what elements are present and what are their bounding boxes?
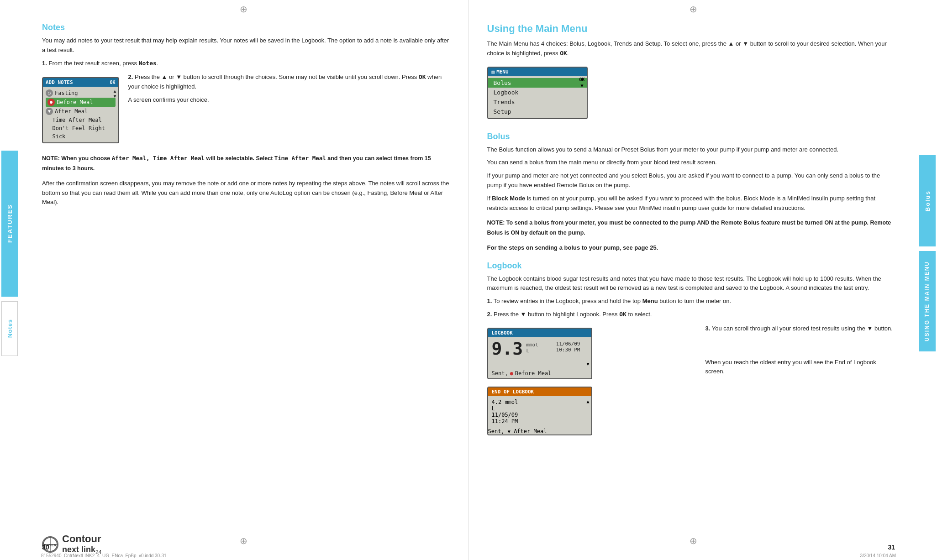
bolus-steps-ref-text: For the steps on sending a bolus to your…	[487, 244, 658, 251]
contour-word: Contour	[62, 533, 101, 544]
lb-before-icon: ●	[510, 370, 513, 377]
reg-mark-bottom-left: ⊕	[240, 535, 247, 546]
scroll-down-arrow: ▼	[113, 94, 116, 99]
bolus-p4: If Block Mode is turned on at your pump,…	[487, 194, 895, 213]
menu-trends: Trends	[488, 97, 587, 107]
logbook-desc-col: 3. You can scroll through all your store…	[705, 324, 895, 380]
eol-screen: END OF LOGBOOK 4.2 mmolL 11/05/0911:24 P…	[487, 387, 592, 435]
dont-feel-label: Don't Feel Right	[46, 125, 105, 131]
scroll-up-arrow: ▲	[113, 89, 116, 94]
features-label: FEATURES	[6, 204, 13, 243]
step2-confirm: A screen confirms your choice.	[128, 95, 450, 105]
right-sidebar: Bolus USING THE MAIN MENU	[918, 0, 937, 560]
before-meal-label: Before Meal	[57, 99, 93, 105]
fasting-row: ○ Fasting	[46, 89, 116, 98]
bolus-title: Bolus	[487, 132, 895, 141]
footer-right: 3/20/14 10:04 AM	[860, 553, 896, 558]
menu-screen-header: ▤ MENU	[488, 68, 587, 76]
notes-section-title: Notes	[42, 23, 450, 32]
warn-note: NOTE: When you choose After Meal, Time A…	[42, 153, 450, 173]
eol-value: 4.2	[492, 399, 502, 405]
bolus-p3: If your pump and meter are not yet conne…	[487, 171, 895, 190]
screen-header: ADD NOTES OK	[43, 78, 118, 87]
menu-wifi-icon: ▤	[492, 69, 495, 75]
step2-desc: 2. Press the ▲ or ▼ button to scroll thr…	[128, 73, 450, 92]
features-tab: FEATURES	[1, 151, 18, 297]
logbook-entry-screen: LOGBOOK 9.3 mmolL 11/06/0910:30 PM ▼ Sen…	[487, 328, 592, 379]
sick-row: Sick	[46, 132, 116, 141]
bolus-note-text: NOTE: To send a bolus from your meter, y…	[487, 220, 891, 236]
reg-mark-top-right: ⊕	[690, 4, 697, 15]
warn-bold-text: NOTE: When you choose After Meal, Time A…	[42, 155, 431, 171]
block-mode-text: Block Mode	[492, 195, 525, 202]
time-after-meal-label: Time After Meal	[46, 117, 102, 123]
using-tab: USING THE MAIN MENU	[919, 251, 936, 351]
lb-value: 9.3	[492, 339, 523, 359]
page-number-left: 30	[42, 544, 49, 551]
reg-mark-top: ⊕	[240, 4, 247, 15]
main-menu-title: Using the Main Menu	[487, 23, 895, 35]
time-after-meal-row: Time After Meal	[46, 116, 116, 124]
eol-header: END OF LOGBOOK	[488, 387, 591, 396]
add-notes-screen: ADD NOTES OK ▲ ▼ ○ Fasting ● Before Meal	[42, 77, 119, 143]
ok-label-menu: OK	[579, 77, 584, 82]
before-meal-icon: ●	[47, 99, 55, 106]
left-sidebar: FEATURES Notes	[0, 0, 19, 560]
menu-bolus-selected: Bolus	[488, 78, 587, 88]
footer-left: 81552940_CntrNextLINK2_4_UG_ENca_FpBp_v0…	[41, 553, 167, 558]
bolus-note: NOTE: To send a bolus from your meter, y…	[487, 218, 895, 238]
main-content: ⊕ Notes You may add notes to your test r…	[19, 0, 918, 560]
step1-text: From the test result screen, press	[48, 60, 137, 67]
logo-area: BAYER Contour next link24	[42, 533, 101, 555]
logbook-step3-num: 3.	[705, 325, 711, 332]
bolus-p1: The Bolus function allows you to send a …	[487, 145, 895, 155]
after-meal-label: After Meal	[55, 108, 88, 115]
logbook-p1: The Logbook contains blood sugar test re…	[487, 274, 895, 293]
step1: 1. From the test result screen, press No…	[42, 59, 450, 68]
screen-body: ▲ ▼ ○ Fasting ● Before Meal ▼ After Meal	[43, 87, 118, 142]
main-menu-intro: The Main Menu has 4 choices: Bolus, Logb…	[487, 39, 895, 58]
menu-logbook: Logbook	[488, 88, 587, 97]
lb-sent: Sent,	[492, 370, 508, 377]
lb-scroll-down: ▼	[586, 361, 589, 366]
menu-screen: ▤ MENU OK ▼ Bolus Logbook Trends Setup	[487, 67, 588, 119]
menu-label: MENU	[496, 69, 509, 75]
notes-intro: You may add notes to your test result th…	[42, 36, 450, 55]
lb-header: LOGBOOK	[488, 329, 591, 337]
step2-number: 2.	[128, 73, 133, 80]
reg-mark-bottom-right: ⊕	[690, 535, 697, 546]
bolus-label: Bolus	[924, 190, 931, 211]
logbook-screens-row: LOGBOOK 9.3 mmolL 11/06/0910:30 PM ▼ Sen…	[487, 324, 895, 439]
logbook-step2-num: 2.	[487, 311, 492, 318]
fasting-label: Fasting	[55, 90, 78, 96]
lb-body: 9.3 mmolL 11/06/0910:30 PM ▼	[488, 337, 591, 369]
eol-up-arrow: ▲	[586, 399, 589, 404]
lb-before-meal: Before Meal	[515, 370, 551, 377]
using-label: USING THE MAIN MENU	[924, 261, 931, 341]
page-right: ⊕ Using the Main Menu The Main Menu has …	[469, 0, 918, 560]
after-meal-row: ▼ After Meal	[46, 107, 116, 116]
bolus-steps-ref: For the steps on sending a bolus to your…	[487, 243, 895, 253]
logbook-step2: 2. Press the ▼ button to highlight Logbo…	[487, 310, 895, 319]
eol-body: 4.2 mmolL 11/05/0911:24 PM ▲	[488, 396, 591, 428]
step2-row: ADD NOTES OK ▲ ▼ ○ Fasting ● Before Meal	[42, 73, 450, 148]
bolus-p2: You can send a bolus from the main menu …	[487, 158, 895, 167]
menu-down-arrow: ▼	[580, 83, 583, 88]
eol-date: 11/05/0911:24 PM	[492, 412, 588, 424]
eol-footer: Sent, ▼ After Meal	[488, 428, 591, 434]
dont-feel-row: Don't Feel Right	[46, 124, 116, 132]
page-left: ⊕ Notes You may add notes to your test r…	[19, 0, 469, 560]
eol-desc: When you reach the oldest entry you will…	[705, 358, 895, 377]
before-meal-row: ● Before Meal	[46, 98, 116, 107]
lb-footer: Sent, ● Before Meal	[488, 369, 591, 378]
step2-text-col: 2. Press the ▲ or ▼ button to scroll thr…	[128, 73, 450, 108]
notes-label: Notes	[6, 319, 13, 338]
step1-number: 1.	[42, 60, 47, 67]
eol-after-icon: ▼	[508, 429, 511, 434]
eol-sent: Sent,	[488, 428, 505, 434]
step1-code: Notes	[139, 60, 157, 67]
eol-after-meal: After Meal	[514, 428, 547, 434]
logbook-step1: 1. To review entries in the Logbook, pre…	[487, 297, 895, 306]
logbook-step3: 3. You can scroll through all your store…	[705, 324, 895, 334]
lb-date: 11/06/0910:30 PM	[556, 341, 580, 353]
